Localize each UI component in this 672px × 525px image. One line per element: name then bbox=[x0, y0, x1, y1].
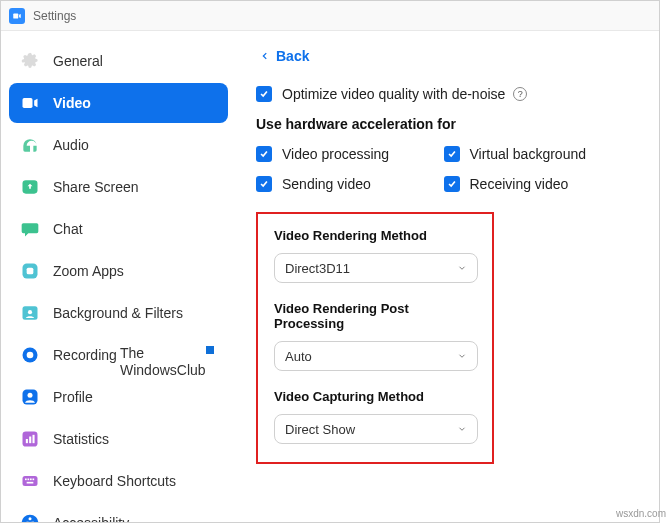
accessibility-icon bbox=[19, 512, 41, 522]
sidebar: General Video Audio Share Screen Chat Zo bbox=[1, 31, 236, 522]
profile-icon bbox=[19, 386, 41, 408]
body: General Video Audio Share Screen Chat Zo bbox=[1, 31, 659, 522]
svg-rect-0 bbox=[13, 13, 18, 18]
sidebar-item-label: Keyboard Shortcuts bbox=[53, 473, 176, 489]
select-value: Auto bbox=[285, 349, 312, 364]
checkbox-icon bbox=[444, 176, 460, 192]
select-value: Direct3D11 bbox=[285, 261, 350, 276]
hw-sending-row[interactable]: Sending video bbox=[256, 176, 444, 192]
back-link[interactable]: Back bbox=[260, 48, 309, 64]
headphones-icon bbox=[19, 134, 41, 156]
rendering-method-label: Video Rendering Method bbox=[274, 228, 476, 243]
hw-processing-label: Video processing bbox=[282, 146, 389, 162]
sidebar-item-background[interactable]: Background & Filters bbox=[9, 293, 228, 333]
video-icon bbox=[19, 92, 41, 114]
share-screen-icon bbox=[19, 176, 41, 198]
help-icon[interactable]: ? bbox=[513, 87, 527, 101]
back-label: Back bbox=[276, 48, 309, 64]
hw-virtual-label: Virtual background bbox=[470, 146, 586, 162]
capture-method-select[interactable]: Direct Show bbox=[274, 414, 478, 444]
svg-rect-14 bbox=[29, 437, 31, 444]
sidebar-item-label: Profile bbox=[53, 389, 93, 405]
svg-rect-21 bbox=[27, 482, 34, 484]
sidebar-item-label: Chat bbox=[53, 221, 83, 237]
svg-rect-15 bbox=[33, 435, 35, 443]
select-value: Direct Show bbox=[285, 422, 355, 437]
sidebar-item-label: Video bbox=[53, 95, 91, 111]
hw-processing-row[interactable]: Video processing bbox=[256, 146, 444, 162]
svg-rect-18 bbox=[28, 479, 30, 481]
sidebar-item-accessibility[interactable]: Accessibility bbox=[9, 503, 228, 522]
hardware-heading: Use hardware acceleration for bbox=[256, 116, 631, 132]
chat-icon bbox=[19, 218, 41, 240]
window-title: Settings bbox=[33, 9, 76, 23]
chevron-down-icon bbox=[457, 422, 467, 437]
svg-rect-19 bbox=[30, 479, 32, 481]
titlebar: Settings bbox=[1, 1, 659, 31]
svg-rect-2 bbox=[23, 98, 33, 108]
post-processing-label: Video Rendering Post Processing bbox=[274, 301, 476, 331]
svg-rect-20 bbox=[33, 479, 35, 481]
app-icon bbox=[9, 8, 25, 24]
sidebar-item-label: Accessibility bbox=[53, 515, 129, 522]
sidebar-item-label: Background & Filters bbox=[53, 305, 183, 321]
svg-point-7 bbox=[28, 310, 32, 314]
hw-receiving-row[interactable]: Receiving video bbox=[444, 176, 632, 192]
sidebar-item-profile[interactable]: Profile bbox=[9, 377, 228, 417]
optimize-row[interactable]: Optimize video quality with de-noise ? bbox=[256, 86, 631, 102]
sidebar-item-keyboard[interactable]: Keyboard Shortcuts bbox=[9, 461, 228, 501]
content-panel: Back Optimize video quality with de-nois… bbox=[236, 31, 659, 522]
settings-window: Settings General Video Audio Share Scree… bbox=[0, 0, 660, 523]
watermark-text: The WindowsClub bbox=[120, 345, 206, 379]
statistics-icon bbox=[19, 428, 41, 450]
post-processing-select[interactable]: Auto bbox=[274, 341, 478, 371]
svg-point-11 bbox=[28, 393, 33, 398]
sidebar-item-video[interactable]: Video bbox=[9, 83, 228, 123]
sidebar-item-audio[interactable]: Audio bbox=[9, 125, 228, 165]
sidebar-item-label: General bbox=[53, 53, 103, 69]
checkbox-icon bbox=[444, 146, 460, 162]
svg-rect-5 bbox=[27, 268, 34, 275]
svg-rect-13 bbox=[26, 439, 28, 443]
sidebar-item-zoom-apps[interactable]: Zoom Apps bbox=[9, 251, 228, 291]
hw-grid: Video processing Sending video Virtual b… bbox=[256, 146, 631, 206]
chevron-down-icon bbox=[457, 349, 467, 364]
svg-point-9 bbox=[27, 352, 34, 359]
keyboard-icon bbox=[19, 470, 41, 492]
sidebar-item-label: Share Screen bbox=[53, 179, 139, 195]
sidebar-item-general[interactable]: General bbox=[9, 41, 228, 81]
sidebar-item-label: Zoom Apps bbox=[53, 263, 124, 279]
sidebar-item-label: Audio bbox=[53, 137, 89, 153]
hw-receiving-label: Receiving video bbox=[470, 176, 569, 192]
capture-method-label: Video Capturing Method bbox=[274, 389, 476, 404]
hw-virtual-row[interactable]: Virtual background bbox=[444, 146, 632, 162]
sidebar-item-share-screen[interactable]: Share Screen bbox=[9, 167, 228, 207]
apps-icon bbox=[19, 260, 41, 282]
sidebar-item-statistics[interactable]: Statistics bbox=[9, 419, 228, 459]
svg-rect-17 bbox=[25, 479, 27, 481]
hw-sending-label: Sending video bbox=[282, 176, 371, 192]
background-icon bbox=[19, 302, 41, 324]
gear-icon bbox=[19, 50, 41, 72]
checkbox-icon bbox=[256, 176, 272, 192]
highlighted-region: Video Rendering Method Direct3D11 Video … bbox=[256, 212, 494, 464]
checkbox-icon bbox=[256, 146, 272, 162]
footer-watermark: wsxdn.com bbox=[616, 508, 666, 519]
rendering-method-select[interactable]: Direct3D11 bbox=[274, 253, 478, 283]
optimize-label: Optimize video quality with de-noise bbox=[282, 86, 505, 102]
svg-rect-16 bbox=[23, 476, 38, 486]
watermark-square bbox=[206, 346, 214, 354]
checkbox-icon bbox=[256, 86, 272, 102]
recording-icon bbox=[19, 344, 41, 366]
sidebar-item-chat[interactable]: Chat bbox=[9, 209, 228, 249]
sidebar-item-label: Recording bbox=[53, 347, 117, 363]
sidebar-item-label: Statistics bbox=[53, 431, 109, 447]
chevron-down-icon bbox=[457, 261, 467, 276]
svg-point-23 bbox=[29, 517, 32, 520]
